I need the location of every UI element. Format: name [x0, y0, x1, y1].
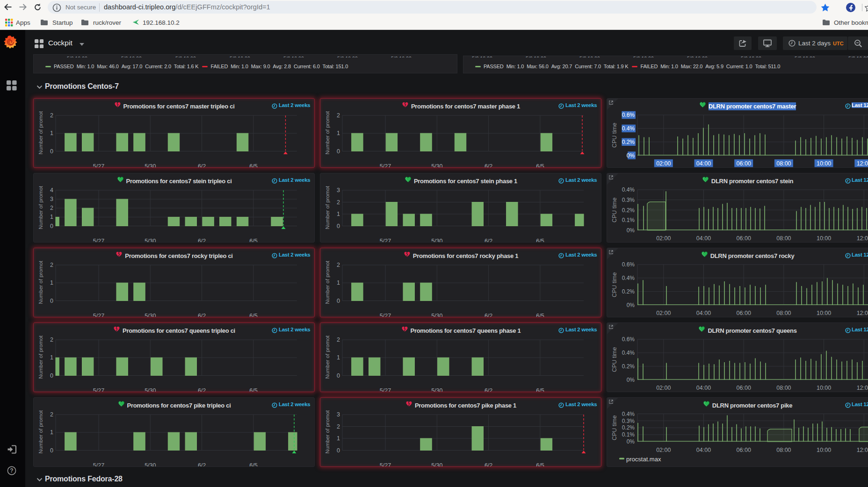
svg-text:6/5: 6/5	[249, 163, 257, 168]
svg-text:0: 0	[337, 447, 340, 454]
svg-text:5/27: 5/27	[380, 387, 391, 392]
svg-text:0: 0	[337, 148, 340, 155]
svg-text:0.4%: 0.4%	[622, 411, 635, 417]
svg-text:2: 2	[337, 337, 340, 343]
svg-text:1: 1	[337, 354, 340, 361]
svg-text:5/27: 5/27	[93, 313, 104, 317]
svg-text:0: 0	[50, 447, 53, 454]
svg-text:0: 0	[50, 148, 53, 155]
svg-text:5/27: 5/27	[380, 313, 391, 317]
svg-text:0%: 0%	[627, 377, 635, 383]
svg-text:2: 2	[337, 199, 340, 206]
svg-text:08:00: 08:00	[776, 310, 791, 316]
svg-text:0: 0	[337, 298, 340, 304]
svg-text:2: 2	[50, 262, 53, 268]
svg-text:12:00: 12:00	[857, 235, 868, 242]
svg-text:0.4%: 0.4%	[622, 125, 635, 132]
svg-text:2: 2	[50, 411, 53, 418]
svg-text:5/27: 5/27	[93, 163, 104, 168]
svg-text:5/27: 5/27	[93, 387, 104, 392]
svg-text:0%: 0%	[627, 152, 635, 159]
svg-text:1: 1	[50, 214, 53, 220]
svg-text:5/27: 5/27	[93, 462, 104, 467]
svg-text:06:00: 06:00	[737, 385, 751, 391]
svg-text:0.3%: 0.3%	[622, 418, 635, 424]
svg-text:0.4%: 0.4%	[622, 275, 635, 281]
svg-text:02:00: 02:00	[656, 385, 671, 391]
svg-text:6/5: 6/5	[249, 387, 257, 392]
svg-text:5/27: 5/27	[380, 238, 391, 243]
svg-text:6/2: 6/2	[198, 163, 206, 168]
svg-text:06:00: 06:00	[737, 310, 751, 316]
svg-text:0.2%: 0.2%	[622, 363, 635, 370]
svg-text:12:00: 12:00	[857, 447, 868, 453]
svg-text:1: 1	[50, 429, 53, 436]
svg-text:5/30: 5/30	[145, 387, 156, 392]
svg-text:6/2: 6/2	[198, 387, 206, 392]
svg-text:0: 0	[337, 223, 340, 229]
svg-text:3: 3	[50, 196, 53, 202]
svg-text:02:00: 02:00	[656, 310, 671, 316]
svg-text:CPU time: CPU time	[611, 122, 618, 148]
svg-text:2: 2	[337, 423, 340, 430]
svg-text:6/5: 6/5	[249, 313, 257, 317]
svg-text:CPU time: CPU time	[611, 272, 618, 297]
svg-text:10:00: 10:00	[817, 160, 831, 167]
svg-text:5/30: 5/30	[431, 313, 442, 317]
svg-text:04:00: 04:00	[696, 235, 711, 242]
svg-text:CPU time: CPU time	[611, 347, 618, 372]
svg-text:04:00: 04:00	[696, 447, 711, 453]
svg-text:procstat.max: procstat.max	[626, 456, 661, 463]
svg-text:5/30: 5/30	[145, 238, 156, 243]
svg-text:08:00: 08:00	[776, 447, 791, 453]
svg-text:5/30: 5/30	[145, 163, 156, 168]
svg-text:6/2: 6/2	[198, 462, 206, 467]
svg-text:10:00: 10:00	[817, 310, 831, 316]
svg-text:3: 3	[337, 411, 340, 418]
svg-text:6/2: 6/2	[198, 313, 206, 317]
svg-text:1: 1	[337, 435, 340, 442]
svg-text:6/5: 6/5	[249, 462, 257, 467]
svg-text:5/30: 5/30	[145, 313, 156, 317]
svg-text:06:00: 06:00	[737, 235, 751, 242]
svg-text:1: 1	[337, 130, 340, 136]
svg-text:?: ?	[10, 467, 13, 474]
svg-text:0.3%: 0.3%	[622, 197, 635, 203]
svg-text:1: 1	[50, 354, 53, 361]
svg-text:0.2%: 0.2%	[622, 207, 635, 214]
svg-text:2: 2	[50, 112, 53, 119]
svg-text:0: 0	[50, 372, 53, 379]
svg-text:02:00: 02:00	[656, 235, 671, 242]
svg-text:12:00: 12:00	[857, 160, 868, 167]
svg-text:04:00: 04:00	[696, 385, 711, 391]
svg-text:6/2: 6/2	[198, 238, 206, 243]
svg-text:0%: 0%	[627, 227, 635, 234]
svg-text:CPU time: CPU time	[611, 415, 618, 440]
svg-text:0: 0	[337, 372, 340, 379]
svg-text:5/30: 5/30	[145, 462, 156, 467]
svg-text:4: 4	[50, 187, 53, 193]
svg-text:10:00: 10:00	[817, 447, 831, 453]
svg-text:6/5: 6/5	[536, 163, 544, 168]
svg-text:02:00: 02:00	[656, 447, 671, 453]
svg-text:1: 1	[337, 279, 340, 286]
svg-text:06:00: 06:00	[737, 160, 751, 167]
svg-text:3: 3	[337, 187, 340, 193]
svg-text:5/30: 5/30	[431, 238, 442, 243]
svg-text:2: 2	[337, 262, 340, 268]
svg-text:5/27: 5/27	[380, 462, 391, 467]
svg-text:0%: 0%	[627, 302, 635, 308]
svg-text:6/2: 6/2	[485, 238, 492, 243]
svg-text:12:00: 12:00	[857, 385, 868, 391]
svg-text:6/5: 6/5	[249, 238, 257, 243]
svg-text:0.2%: 0.2%	[622, 424, 635, 431]
svg-text:0: 0	[50, 298, 53, 304]
svg-text:6/2: 6/2	[485, 313, 492, 317]
svg-text:2: 2	[50, 337, 53, 343]
svg-text:0.2%: 0.2%	[622, 288, 635, 295]
svg-text:6/5: 6/5	[536, 238, 544, 243]
svg-text:10:00: 10:00	[817, 385, 831, 391]
svg-text:04:00: 04:00	[696, 310, 711, 316]
svg-text:0.4%: 0.4%	[622, 350, 635, 356]
svg-text:2: 2	[50, 205, 53, 211]
